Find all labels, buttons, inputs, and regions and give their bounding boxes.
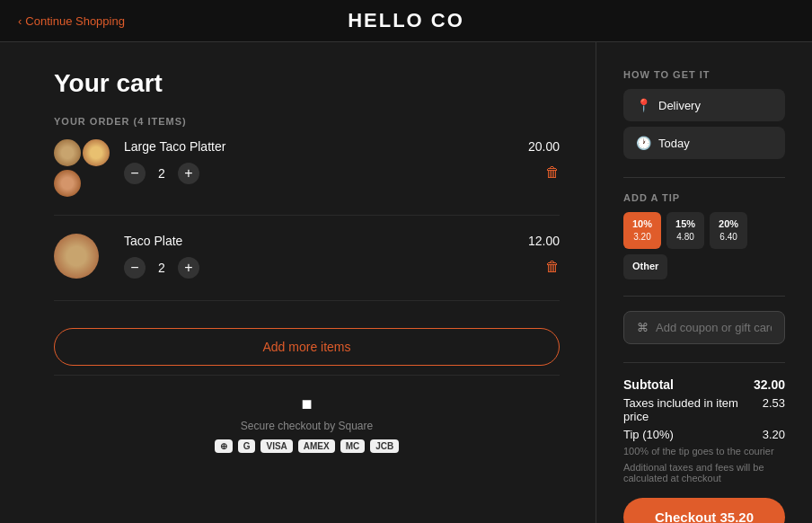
order-label: YOUR ORDER (4 ITEMS): [54, 116, 560, 127]
taxes-label: Taxes included in item price: [623, 396, 763, 423]
tip-row: Tip (10%) 3.20: [623, 428, 785, 441]
left-panel: Your cart YOUR ORDER (4 ITEMS) Large Tac…: [0, 42, 596, 523]
delete-item-1[interactable]: 🗑: [545, 164, 560, 181]
tip-other[interactable]: Other: [623, 254, 667, 279]
coupon-section: ⌘: [623, 296, 785, 344]
item-name-1: Large Taco Platter: [124, 139, 225, 154]
delete-item-2[interactable]: 🗑: [545, 259, 560, 275]
tip-summary-value: 3.20: [763, 428, 785, 441]
taxes-value: 2.53: [763, 396, 785, 423]
right-panel: HOW TO GET IT 📍 Delivery 🕐 Today ADD A T…: [596, 42, 812, 523]
subtotal-label: Subtotal: [623, 377, 674, 392]
checkout-button[interactable]: Checkout 35.20: [623, 498, 785, 523]
delivery-label: Delivery: [658, 99, 701, 112]
decrease-qty-2[interactable]: −: [124, 257, 146, 279]
item-price-2: 12.00: [528, 234, 560, 248]
subtotal-row: Subtotal 32.00: [623, 377, 785, 392]
qty-value-2: 2: [154, 261, 169, 275]
item-price-1: 20.00: [528, 139, 560, 154]
back-label: Continue Shopping: [25, 14, 125, 28]
item-info-2: Taco Plate 12.00 − 2 + 🗑: [124, 234, 560, 279]
time-label: Today: [658, 137, 690, 150]
tip-options: 10% 3.20 15% 4.80 20% 6.40 Other: [623, 212, 785, 279]
tip-label: ADD A TIP: [623, 192, 785, 203]
food-image: [54, 170, 81, 197]
jcb-icon: JCB: [370, 439, 399, 453]
cart-item-2: Taco Plate 12.00 − 2 + 🗑: [54, 234, 560, 301]
mastercard-icon: MC: [340, 439, 366, 453]
delivery-icon: 📍: [636, 98, 651, 112]
square-icon: ■: [72, 394, 542, 414]
tip-20[interactable]: 20% 6.40: [710, 212, 747, 249]
cart-title: Your cart: [54, 69, 560, 98]
item-info-1: Large Taco Platter 20.00 − 2 + 🗑: [124, 139, 560, 184]
coupon-input[interactable]: [656, 321, 772, 334]
summary-section: Subtotal 32.00 Taxes included in item pr…: [623, 362, 785, 523]
item-images-2: [54, 234, 111, 286]
main-content: Your cart YOUR ORDER (4 ITEMS) Large Tac…: [0, 42, 812, 523]
payment-icons: ⊕ G VISA AMEX MC JCB: [72, 439, 542, 453]
decrease-qty-1[interactable]: −: [124, 163, 146, 184]
clock-icon: 🕐: [636, 136, 651, 150]
chevron-left-icon: ‹: [18, 14, 22, 28]
item-controls-1: − 2 +: [124, 163, 199, 184]
fee-note: Additional taxes and fees will be calcul…: [623, 462, 785, 483]
tip-summary-label: Tip (10%): [623, 428, 674, 441]
time-option[interactable]: 🕐 Today: [623, 127, 785, 159]
food-image: [54, 139, 81, 166]
secure-label: Secure checkout by Square: [72, 420, 542, 432]
item-controls-2: − 2 +: [124, 257, 199, 279]
add-more-button[interactable]: Add more items: [54, 328, 560, 366]
item-images-1: [54, 139, 111, 200]
subtotal-value: 32.00: [754, 377, 785, 392]
site-title: HELLO CO: [348, 9, 464, 32]
apple-pay-icon: ⊕: [215, 439, 233, 453]
increase-qty-2[interactable]: +: [178, 257, 199, 279]
header: ‹ Continue Shopping HELLO CO: [0, 0, 812, 42]
qty-value-1: 2: [154, 166, 169, 181]
delivery-option[interactable]: 📍 Delivery: [623, 89, 785, 121]
tip-note: 100% of the tip goes to the courier: [623, 446, 785, 457]
tip-10[interactable]: 10% 3.20: [623, 212, 661, 249]
coupon-icon: ⌘: [637, 321, 649, 334]
tip-section: ADD A TIP 10% 3.20 15% 4.80 20% 6.40 Oth…: [623, 177, 785, 279]
amex-icon: AMEX: [298, 439, 335, 453]
taxes-row: Taxes included in item price 2.53: [623, 396, 785, 423]
footer: ■ Secure checkout by Square ⊕ G VISA AME…: [54, 375, 560, 471]
coupon-input-wrapper: ⌘: [623, 311, 785, 344]
increase-qty-1[interactable]: +: [178, 163, 199, 184]
food-image: [54, 234, 99, 279]
item-name-2: Taco Plate: [124, 234, 182, 248]
delivery-section-label: HOW TO GET IT: [623, 69, 785, 80]
cart-item-1: Large Taco Platter 20.00 − 2 + 🗑: [54, 139, 560, 216]
tip-15[interactable]: 15% 4.80: [666, 212, 704, 249]
gpay-icon: G: [238, 439, 256, 453]
back-button[interactable]: ‹ Continue Shopping: [18, 14, 125, 28]
food-image: [83, 139, 110, 166]
visa-icon: VISA: [260, 439, 292, 453]
